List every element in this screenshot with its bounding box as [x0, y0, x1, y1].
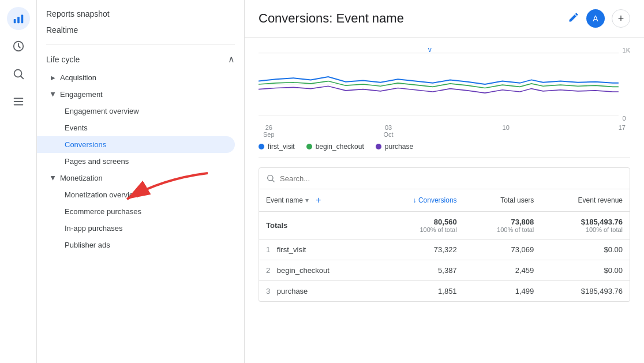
add-column-icon[interactable]: +: [316, 195, 321, 205]
totals-conversions: 80,560 100% of total: [376, 212, 464, 239]
col-total-users[interactable]: Total users: [464, 189, 541, 212]
legend-label-first-visit: first_visit: [268, 143, 295, 151]
row-3-event-revenue: $185,493.76: [541, 281, 630, 302]
icon-rail: [0, 0, 37, 363]
svg-point-4: [14, 70, 21, 77]
main-header: Conversions: Event name A +: [245, 0, 644, 38]
table-totals-row: Totals 80,560 100% of total 73,808 100% …: [259, 212, 630, 239]
legend-dot-first-visit: [259, 144, 264, 149]
lifecycle-section[interactable]: Life cycle ∧: [37, 49, 244, 69]
row-2-conversions: 5,387: [376, 260, 464, 281]
svg-rect-0: [13, 19, 16, 23]
add-button[interactable]: +: [612, 9, 630, 28]
lifecycle-label: Life cycle: [46, 55, 80, 64]
table-row: 2 begin_checkout 5,387 2,459 $0.00: [259, 260, 630, 281]
reports-snapshot-link[interactable]: Reports snapshot: [37, 5, 244, 21]
table-row: 1 first_visit 73,322 73,069 $0.00: [259, 239, 630, 260]
search-icon: [266, 174, 275, 183]
sidebar-divider: [46, 44, 235, 44]
page-title: Conversions: Event name: [259, 11, 561, 26]
row-2-event-revenue: $0.00: [541, 260, 630, 281]
legend-label-purchase: purchase: [385, 143, 413, 151]
x-label-10: 10: [503, 124, 510, 138]
chart-area: v 1K 0: [259, 47, 630, 122]
sidebar: Reports snapshot Realtime Life cycle ∧ ▶…: [37, 0, 245, 363]
sidebar-item-conversions[interactable]: Conversions: [37, 136, 235, 153]
monetization-triangle: ▶: [50, 176, 57, 181]
x-date-17: 17: [619, 124, 626, 131]
realtime-icon[interactable]: [7, 35, 30, 58]
totals-revenue-pct: 100% of total: [548, 226, 623, 233]
svg-rect-6: [13, 101, 23, 102]
y-label-0: 0: [623, 115, 630, 122]
data-table: Event name ▾ + ↓ Conversions Total users…: [259, 189, 630, 302]
sidebar-item-engagement-overview[interactable]: Engagement overview: [37, 103, 244, 119]
svg-rect-5: [13, 98, 23, 99]
x-date-03: 03: [385, 124, 392, 131]
legend-dot-purchase: [376, 144, 381, 149]
lifecycle-chevron: ∧: [228, 54, 235, 65]
engagement-header[interactable]: ▶ Engagement: [37, 86, 244, 103]
engagement-label: Engagement: [60, 90, 103, 99]
user-avatar[interactable]: A: [586, 9, 605, 28]
legend-dot-begin-checkout: [306, 144, 312, 149]
x-date-10: 10: [503, 124, 510, 131]
col-event-name[interactable]: Event name ▾ +: [259, 189, 376, 211]
svg-text:v: v: [428, 47, 432, 54]
totals-users-pct: 100% of total: [471, 226, 534, 233]
table-header-row: Event name ▾ + ↓ Conversions Total users…: [259, 189, 630, 212]
engagement-triangle: ▶: [50, 92, 57, 97]
totals-label: Totals: [259, 212, 376, 239]
chart-container: v 1K 0 26 Sep 03 Oct 10: [259, 38, 630, 158]
legend-first-visit[interactable]: first_visit: [259, 143, 295, 151]
user-explore-icon[interactable]: [7, 62, 30, 85]
row-3-event-link[interactable]: purchase: [277, 287, 308, 295]
sidebar-item-monetization-overview[interactable]: Monetization overview: [37, 186, 244, 203]
chart-legend: first_visit begin_checkout purchase: [259, 138, 630, 153]
edit-icon[interactable]: [568, 12, 579, 26]
row-1-event-revenue: $0.00: [541, 239, 630, 260]
totals-total-users: 73,808 100% of total: [464, 212, 541, 239]
x-month-oct: Oct: [384, 131, 394, 138]
monetization-group: ▶ Monetization Monetization overview Eco…: [37, 170, 244, 253]
engagement-group: ▶ Engagement Engagement overview Events …: [37, 86, 244, 170]
chart-svg: v: [259, 47, 630, 122]
x-date-26: 26: [265, 124, 272, 131]
row-1-event-link[interactable]: first_visit: [277, 245, 306, 254]
sidebar-item-events[interactable]: Events: [37, 119, 244, 136]
legend-label-begin-checkout: begin_checkout: [316, 143, 364, 151]
row-1-conversions: 73,322: [376, 239, 464, 260]
search-input[interactable]: [280, 174, 623, 183]
totals-event-revenue: $185,493.76 100% of total: [541, 212, 630, 239]
row-3-total-users: 1,499: [464, 281, 541, 302]
monetization-label: Monetization: [60, 174, 103, 182]
search-bar[interactable]: [259, 167, 630, 189]
acquisition-header[interactable]: ▶ Acquisition: [37, 69, 244, 86]
x-month-sep: Sep: [263, 131, 275, 138]
x-label-17: 17: [619, 124, 626, 138]
monetization-header[interactable]: ▶ Monetization: [37, 170, 244, 186]
list-icon[interactable]: [7, 90, 30, 113]
acquisition-triangle: ▶: [51, 74, 55, 81]
analytics-icon[interactable]: [7, 7, 30, 30]
col-event-revenue[interactable]: Event revenue: [541, 189, 630, 212]
x-label-sep26: 26 Sep: [263, 124, 275, 138]
svg-rect-7: [13, 104, 23, 106]
row-1-name: 1 first_visit: [259, 239, 376, 260]
sidebar-item-in-app-purchases[interactable]: In-app purchases: [37, 220, 244, 237]
main-panel: Conversions: Event name A +: [245, 0, 644, 363]
row-2-event-link[interactable]: begin_checkout: [277, 266, 330, 275]
chart-y-labels: 1K 0: [623, 47, 630, 122]
realtime-link[interactable]: Realtime: [37, 21, 244, 39]
legend-purchase[interactable]: purchase: [376, 143, 413, 151]
sidebar-item-publisher-ads[interactable]: Publisher ads: [37, 237, 244, 253]
sidebar-item-pages-and-screens[interactable]: Pages and screens: [37, 153, 244, 170]
table-row: 3 purchase 1,851 1,499 $185,493.76: [259, 281, 630, 302]
col-conversions[interactable]: ↓ Conversions: [376, 189, 464, 212]
sort-arrow-icon: ▾: [305, 196, 309, 204]
sidebar-item-ecommerce-purchases[interactable]: Ecommerce purchases: [37, 203, 244, 220]
totals-conversions-pct: 100% of total: [383, 226, 457, 233]
svg-rect-1: [17, 17, 20, 23]
acquisition-group: ▶ Acquisition: [37, 69, 244, 86]
legend-begin-checkout[interactable]: begin_checkout: [306, 143, 364, 151]
